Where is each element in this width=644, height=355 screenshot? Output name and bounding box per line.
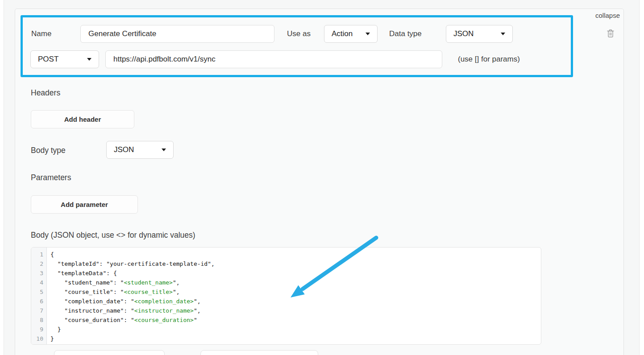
call-config-row-1: Name Generate Certificate Use as Action …	[23, 25, 571, 43]
params-hint: (use [] for params)	[458, 50, 520, 68]
add-parameter-button[interactable]: Add parameter	[31, 195, 138, 214]
http-method-value: POST	[38, 55, 58, 64]
delete-call-button[interactable]	[605, 28, 616, 39]
dynamic-value-token: <completion_date>	[134, 298, 194, 305]
data-type-select[interactable]: JSON	[446, 25, 513, 43]
line-number: 8	[31, 315, 43, 325]
parameters-section-title: Parameters	[31, 173, 71, 182]
body-section-label: Body (JSON object, use <> for dynamic va…	[31, 231, 195, 240]
dynamic-value-token: <course_duration>	[134, 317, 194, 323]
chevron-down-icon	[162, 149, 166, 151]
code-gutter: 12345678910	[31, 248, 47, 344]
name-label: Name	[31, 25, 51, 43]
line-number: 3	[31, 268, 43, 278]
code-line: }	[50, 334, 541, 343]
code-line: "instructor_name": "<instructor_name>",	[50, 306, 541, 315]
line-number: 10	[31, 334, 43, 343]
call-config-row-2: POST https://api.pdfbolt.com/v1/sync (us…	[23, 50, 571, 68]
dynamic-value-token: <course_title>	[124, 289, 173, 295]
headers-section-title: Headers	[31, 88, 60, 98]
code-line: "course_title": "<course_title>",	[50, 287, 541, 297]
line-number: 7	[31, 306, 43, 315]
body-json-editor[interactable]: 12345678910 { "templateId": "your-certif…	[31, 247, 541, 345]
body-type-select[interactable]: JSON	[106, 141, 174, 159]
data-type-label: Data type	[389, 25, 422, 43]
line-number: 2	[31, 259, 43, 268]
name-input[interactable]: Generate Certificate	[80, 25, 274, 43]
line-number: 5	[31, 287, 43, 297]
code-line: "templateId": "your-certificate-template…	[50, 259, 541, 268]
code-line: {	[50, 250, 541, 259]
code-line: "templateData": {	[50, 268, 541, 278]
url-input[interactable]: https://api.pdfbolt.com/v1/sync	[105, 50, 442, 68]
line-number: 9	[31, 325, 43, 334]
body-type-label: Body type	[31, 146, 66, 155]
chevron-down-icon	[366, 33, 370, 35]
line-number: 6	[31, 297, 43, 306]
trash-icon	[606, 29, 615, 38]
data-type-value: JSON	[453, 29, 474, 38]
add-header-button[interactable]: Add header	[31, 110, 134, 128]
code-line: "course_duration": "<course_duration>"	[50, 315, 541, 325]
dynamic-value-token: <student_name>	[124, 279, 173, 286]
dynamic-value-token: <instructor_name>	[134, 307, 194, 314]
bottom-action-button-2[interactable]	[200, 350, 318, 355]
bottom-action-button-1[interactable]	[54, 350, 165, 355]
chevron-down-icon	[87, 58, 91, 61]
use-as-value: Action	[332, 29, 353, 38]
http-method-select[interactable]: POST	[30, 50, 99, 68]
chevron-down-icon	[501, 33, 505, 35]
call-config-highlight-box: Name Generate Certificate Use as Action …	[21, 15, 573, 77]
collapse-link[interactable]: collapse	[595, 12, 620, 19]
code-content[interactable]: { "templateId": "your-certificate-templa…	[47, 248, 541, 344]
line-number: 1	[31, 250, 43, 259]
api-call-card: collapse Name Generate Certificate Use a…	[15, 8, 624, 355]
code-line: "completion_date": "<completion_date>",	[50, 297, 541, 306]
use-as-select[interactable]: Action	[324, 25, 378, 43]
body-type-value: JSON	[114, 145, 134, 154]
line-number: 4	[31, 278, 43, 287]
code-line: }	[50, 325, 541, 334]
code-line: "student_name": "<student_name>",	[50, 278, 541, 287]
use-as-label: Use as	[287, 25, 311, 43]
